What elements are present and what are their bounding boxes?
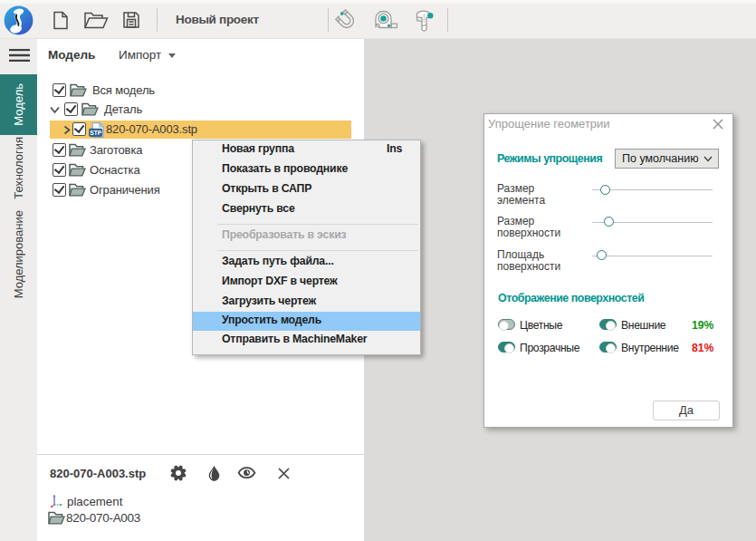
svg-text:STP: STP — [90, 130, 101, 136]
